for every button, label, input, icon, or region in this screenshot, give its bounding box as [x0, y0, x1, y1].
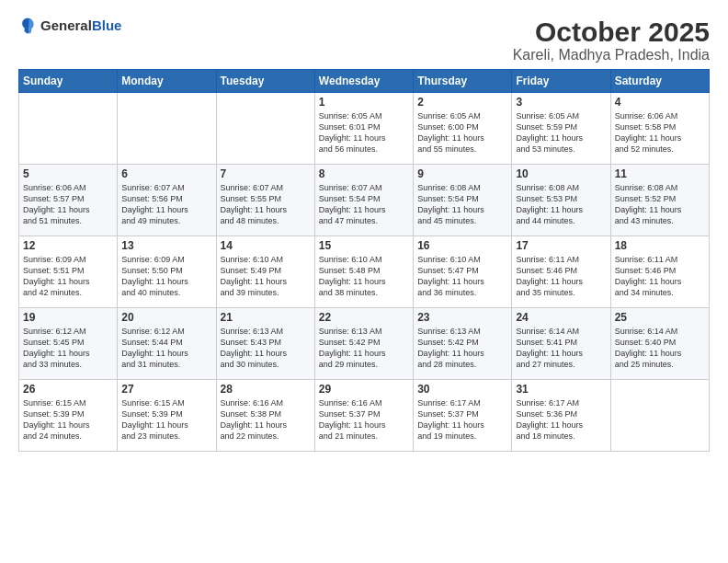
header-thursday: Thursday — [414, 70, 512, 93]
cell-info: Sunrise: 6:05 AM Sunset: 6:01 PM Dayligh… — [319, 110, 409, 155]
calendar-cell: 14Sunrise: 6:10 AM Sunset: 5:49 PM Dayli… — [216, 236, 314, 308]
calendar-week-1: 1Sunrise: 6:05 AM Sunset: 6:01 PM Daylig… — [19, 93, 710, 165]
calendar-cell: 3Sunrise: 6:05 AM Sunset: 5:59 PM Daylig… — [512, 93, 610, 165]
day-number: 8 — [319, 167, 409, 180]
cell-info: Sunrise: 6:08 AM Sunset: 5:53 PM Dayligh… — [516, 182, 606, 227]
calendar-cell — [118, 93, 216, 165]
day-number: 29 — [319, 383, 409, 396]
day-number: 13 — [121, 239, 211, 252]
cell-info: Sunrise: 6:10 AM Sunset: 5:49 PM Dayligh… — [221, 254, 311, 299]
header-wednesday: Wednesday — [314, 70, 413, 93]
calendar-cell: 15Sunrise: 6:10 AM Sunset: 5:48 PM Dayli… — [314, 236, 413, 308]
cell-info: Sunrise: 6:17 AM Sunset: 5:36 PM Dayligh… — [516, 397, 606, 442]
calendar-cell — [610, 380, 709, 452]
calendar-cell: 26Sunrise: 6:15 AM Sunset: 5:39 PM Dayli… — [19, 380, 118, 452]
day-number: 11 — [615, 167, 705, 180]
day-number: 14 — [221, 239, 311, 252]
day-number: 25 — [615, 311, 705, 324]
day-number: 4 — [615, 96, 705, 109]
weekday-header-row: Sunday Monday Tuesday Wednesday Thursday… — [19, 70, 710, 93]
calendar-week-3: 12Sunrise: 6:09 AM Sunset: 5:51 PM Dayli… — [19, 236, 710, 308]
cell-info: Sunrise: 6:10 AM Sunset: 5:47 PM Dayligh… — [417, 254, 507, 299]
cell-info: Sunrise: 6:06 AM Sunset: 5:58 PM Dayligh… — [615, 110, 705, 155]
cell-info: Sunrise: 6:13 AM Sunset: 5:42 PM Dayligh… — [319, 326, 409, 371]
calendar-cell: 1Sunrise: 6:05 AM Sunset: 6:01 PM Daylig… — [314, 93, 413, 165]
cell-info: Sunrise: 6:10 AM Sunset: 5:48 PM Dayligh… — [319, 254, 409, 299]
day-number: 10 — [516, 167, 606, 180]
cell-info: Sunrise: 6:08 AM Sunset: 5:54 PM Dayligh… — [417, 182, 507, 227]
cell-info: Sunrise: 6:12 AM Sunset: 5:44 PM Dayligh… — [121, 326, 211, 371]
calendar-cell: 24Sunrise: 6:14 AM Sunset: 5:41 PM Dayli… — [512, 308, 610, 380]
header-sunday: Sunday — [19, 70, 118, 93]
calendar-cell: 6Sunrise: 6:07 AM Sunset: 5:56 PM Daylig… — [118, 165, 216, 236]
day-number: 3 — [516, 96, 606, 109]
location-title: Kareli, Madhya Pradesh, India — [513, 47, 710, 63]
day-number: 17 — [516, 239, 606, 252]
header-tuesday: Tuesday — [216, 70, 314, 93]
calendar-cell: 11Sunrise: 6:08 AM Sunset: 5:52 PM Dayli… — [610, 165, 709, 236]
cell-info: Sunrise: 6:11 AM Sunset: 5:46 PM Dayligh… — [615, 254, 705, 299]
header-saturday: Saturday — [610, 70, 709, 93]
cell-info: Sunrise: 6:16 AM Sunset: 5:38 PM Dayligh… — [221, 397, 311, 442]
calendar-cell — [19, 93, 118, 165]
cell-info: Sunrise: 6:07 AM Sunset: 5:56 PM Dayligh… — [121, 182, 211, 227]
day-number: 31 — [516, 383, 606, 396]
day-number: 12 — [23, 239, 113, 252]
day-number: 1 — [319, 96, 409, 109]
day-number: 20 — [121, 311, 211, 324]
day-number: 18 — [615, 239, 705, 252]
day-number: 9 — [417, 167, 507, 180]
page-container: GeneralBlue October 2025 Kareli, Madhya … — [0, 0, 728, 461]
cell-info: Sunrise: 6:05 AM Sunset: 5:59 PM Dayligh… — [516, 110, 606, 155]
cell-info: Sunrise: 6:13 AM Sunset: 5:42 PM Dayligh… — [417, 326, 507, 371]
calendar-cell: 4Sunrise: 6:06 AM Sunset: 5:58 PM Daylig… — [610, 93, 709, 165]
calendar-cell: 28Sunrise: 6:16 AM Sunset: 5:38 PM Dayli… — [216, 380, 314, 452]
logo-general: GeneralBlue — [40, 17, 121, 34]
calendar-cell: 2Sunrise: 6:05 AM Sunset: 6:00 PM Daylig… — [414, 93, 512, 165]
day-number: 19 — [23, 311, 113, 324]
calendar-cell: 30Sunrise: 6:17 AM Sunset: 5:37 PM Dayli… — [414, 380, 512, 452]
calendar-cell: 5Sunrise: 6:06 AM Sunset: 5:57 PM Daylig… — [19, 165, 118, 236]
day-number: 28 — [221, 383, 311, 396]
day-number: 27 — [121, 383, 211, 396]
logo-icon — [18, 17, 37, 35]
calendar-cell: 9Sunrise: 6:08 AM Sunset: 5:54 PM Daylig… — [414, 165, 512, 236]
day-number: 22 — [319, 311, 409, 324]
calendar-cell: 17Sunrise: 6:11 AM Sunset: 5:46 PM Dayli… — [512, 236, 610, 308]
cell-info: Sunrise: 6:16 AM Sunset: 5:37 PM Dayligh… — [319, 397, 409, 442]
day-number: 26 — [23, 383, 113, 396]
calendar-cell: 29Sunrise: 6:16 AM Sunset: 5:37 PM Dayli… — [314, 380, 413, 452]
day-number: 6 — [121, 167, 211, 180]
logo: GeneralBlue — [18, 17, 121, 35]
cell-info: Sunrise: 6:13 AM Sunset: 5:43 PM Dayligh… — [221, 326, 311, 371]
day-number: 21 — [221, 311, 311, 324]
cell-info: Sunrise: 6:15 AM Sunset: 5:39 PM Dayligh… — [121, 397, 211, 442]
calendar-cell: 7Sunrise: 6:07 AM Sunset: 5:55 PM Daylig… — [216, 165, 314, 236]
calendar-week-4: 19Sunrise: 6:12 AM Sunset: 5:45 PM Dayli… — [19, 308, 710, 380]
calendar-cell: 25Sunrise: 6:14 AM Sunset: 5:40 PM Dayli… — [610, 308, 709, 380]
calendar-cell: 21Sunrise: 6:13 AM Sunset: 5:43 PM Dayli… — [216, 308, 314, 380]
calendar-cell: 31Sunrise: 6:17 AM Sunset: 5:36 PM Dayli… — [512, 380, 610, 452]
calendar-cell: 10Sunrise: 6:08 AM Sunset: 5:53 PM Dayli… — [512, 165, 610, 236]
header-monday: Monday — [118, 70, 216, 93]
logo-text-block: GeneralBlue — [40, 17, 121, 34]
cell-info: Sunrise: 6:09 AM Sunset: 5:50 PM Dayligh… — [121, 254, 211, 299]
calendar-cell: 20Sunrise: 6:12 AM Sunset: 5:44 PM Dayli… — [118, 308, 216, 380]
calendar-table: Sunday Monday Tuesday Wednesday Thursday… — [18, 69, 710, 452]
day-number: 16 — [417, 239, 507, 252]
page-header: GeneralBlue October 2025 Kareli, Madhya … — [18, 17, 710, 63]
day-number: 15 — [319, 239, 409, 252]
cell-info: Sunrise: 6:06 AM Sunset: 5:57 PM Dayligh… — [23, 182, 113, 227]
cell-info: Sunrise: 6:17 AM Sunset: 5:37 PM Dayligh… — [417, 397, 507, 442]
cell-info: Sunrise: 6:09 AM Sunset: 5:51 PM Dayligh… — [23, 254, 113, 299]
calendar-cell: 19Sunrise: 6:12 AM Sunset: 5:45 PM Dayli… — [19, 308, 118, 380]
day-number: 30 — [417, 383, 507, 396]
cell-info: Sunrise: 6:12 AM Sunset: 5:45 PM Dayligh… — [23, 326, 113, 371]
cell-info: Sunrise: 6:07 AM Sunset: 5:54 PM Dayligh… — [319, 182, 409, 227]
day-number: 5 — [23, 167, 113, 180]
day-number: 2 — [417, 96, 507, 109]
calendar-week-2: 5Sunrise: 6:06 AM Sunset: 5:57 PM Daylig… — [19, 165, 710, 236]
calendar-cell: 8Sunrise: 6:07 AM Sunset: 5:54 PM Daylig… — [314, 165, 413, 236]
cell-info: Sunrise: 6:11 AM Sunset: 5:46 PM Dayligh… — [516, 254, 606, 299]
cell-info: Sunrise: 6:15 AM Sunset: 5:39 PM Dayligh… — [23, 397, 113, 442]
